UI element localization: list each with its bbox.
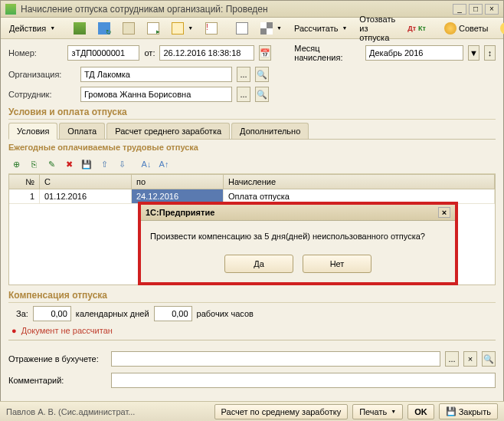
org-search-icon[interactable]: 🔍 bbox=[255, 67, 269, 82]
dt-kt-icon[interactable]: ДтКт bbox=[402, 22, 431, 35]
clear-icon[interactable]: ! bbox=[200, 20, 223, 37]
close-form-button[interactable]: 💾Закрыть bbox=[439, 403, 498, 419]
emp-search-icon[interactable]: 🔍 bbox=[255, 87, 269, 102]
acc-label: Отражение в бухучете: bbox=[8, 354, 106, 363]
acc-search-icon[interactable]: 🔍 bbox=[482, 351, 496, 367]
ok-button[interactable]: OK bbox=[407, 404, 434, 419]
emp-select-button[interactable]: ... bbox=[237, 87, 250, 102]
copy-icon[interactable] bbox=[117, 20, 140, 37]
tab-conditions[interactable]: Условия bbox=[8, 123, 57, 140]
hours-label: рабочих часов bbox=[197, 309, 254, 318]
help-icon[interactable]: ? bbox=[495, 20, 504, 37]
days-label: календарных дней bbox=[76, 309, 149, 318]
col-from[interactable]: С bbox=[40, 175, 132, 189]
add-row-icon[interactable]: ⊕ bbox=[8, 156, 24, 172]
print-button[interactable]: Печать▼ bbox=[352, 404, 403, 419]
report-icon[interactable]: ▸ bbox=[142, 20, 165, 37]
tab-extra[interactable]: Дополнительно bbox=[231, 123, 309, 139]
confirm-dialog: 1С:Предприятие × Произвести компенсацию … bbox=[138, 202, 458, 285]
recall-button[interactable]: Отозвать из отпуска bbox=[354, 12, 401, 44]
number-input[interactable] bbox=[67, 45, 139, 61]
edit-row-icon[interactable]: ✎ bbox=[44, 156, 59, 172]
cell-num: 1 bbox=[9, 189, 40, 203]
emp-input[interactable] bbox=[80, 87, 232, 102]
app-icon bbox=[5, 4, 16, 15]
col-calc[interactable]: Начисление bbox=[224, 175, 495, 189]
posted-icon[interactable] bbox=[68, 20, 91, 37]
grid-subheader: Ежегодные оплачиваемые трудовые отпуска bbox=[8, 143, 496, 152]
org-input[interactable] bbox=[80, 67, 232, 82]
dialog-yes-button[interactable]: Да bbox=[224, 255, 293, 273]
section-conditions: Условия и оплата отпуска bbox=[8, 107, 496, 120]
acc-select-button[interactable]: ... bbox=[445, 351, 459, 367]
tree-icon[interactable]: ▼ bbox=[255, 20, 287, 37]
tab-avg[interactable]: Расчет среднего заработка bbox=[106, 123, 230, 139]
error-text: Документ не рассчитан bbox=[21, 326, 113, 335]
close-button[interactable]: × bbox=[485, 4, 499, 15]
month-dropdown-button[interactable]: ▼ bbox=[468, 45, 479, 61]
basis-icon[interactable]: ▼ bbox=[166, 20, 198, 37]
col-num[interactable]: № bbox=[9, 175, 40, 189]
delete-row-icon[interactable]: ✖ bbox=[61, 156, 77, 172]
acc-input[interactable] bbox=[111, 351, 440, 367]
dialog-no-button[interactable]: Нет bbox=[303, 255, 371, 273]
actions-menu[interactable]: Действия▼ bbox=[4, 21, 61, 35]
dialog-close-icon[interactable]: × bbox=[438, 207, 450, 218]
dialog-title: 1С:Предприятие bbox=[146, 208, 438, 217]
org-select-button[interactable]: ... bbox=[237, 67, 250, 82]
emp-label: Сотрудник: bbox=[8, 90, 76, 99]
save-icon[interactable]: ↻ bbox=[93, 20, 116, 37]
warning-icon: ● bbox=[11, 326, 17, 335]
month-input[interactable] bbox=[365, 45, 463, 61]
acc-clear-button[interactable]: × bbox=[463, 351, 477, 367]
days-input[interactable] bbox=[33, 306, 71, 321]
status-user: Павлов А. В. (Сис.администрат... bbox=[6, 407, 210, 416]
number-label: Номер: bbox=[8, 48, 63, 58]
month-label: Месяц начисления: bbox=[294, 44, 356, 62]
avg-calc-button[interactable]: Расчет по среднему заработку bbox=[214, 404, 349, 419]
section-compensation: Компенсация отпуска bbox=[8, 290, 496, 303]
dialog-message: Произвести компенсацию за 5 дня(дней) не… bbox=[150, 232, 425, 241]
move-down-icon[interactable]: ⇩ bbox=[114, 156, 129, 172]
structure-icon[interactable] bbox=[231, 20, 254, 37]
move-up-icon[interactable]: ⇧ bbox=[97, 156, 112, 172]
sort-desc-icon[interactable]: A↑ bbox=[156, 156, 172, 172]
date-input[interactable] bbox=[159, 45, 254, 61]
hours-input[interactable] bbox=[154, 306, 192, 321]
cell-from: 01.12.2016 bbox=[40, 189, 132, 203]
copy-row-icon[interactable]: ⎘ bbox=[26, 156, 41, 172]
za-label: За: bbox=[16, 309, 28, 318]
col-to[interactable]: по bbox=[132, 175, 224, 189]
tips-button[interactable]: Советы bbox=[439, 20, 493, 37]
org-label: Организация: bbox=[8, 70, 76, 79]
save-row-icon[interactable]: 💾 bbox=[79, 156, 94, 172]
comment-input[interactable] bbox=[111, 373, 496, 388]
date-picker-button[interactable]: 📅 bbox=[259, 45, 271, 61]
month-stepper-button[interactable]: ↕ bbox=[484, 45, 496, 61]
maximize-button[interactable]: □ bbox=[469, 4, 483, 15]
sort-asc-icon[interactable]: A↓ bbox=[139, 156, 154, 172]
comment-label: Комментарий: bbox=[8, 376, 106, 385]
calculate-menu[interactable]: Рассчитать▼ bbox=[289, 21, 352, 35]
minimize-button[interactable]: _ bbox=[453, 4, 466, 15]
tab-payment[interactable]: Оплата bbox=[59, 123, 105, 139]
from-label: от: bbox=[144, 48, 155, 58]
